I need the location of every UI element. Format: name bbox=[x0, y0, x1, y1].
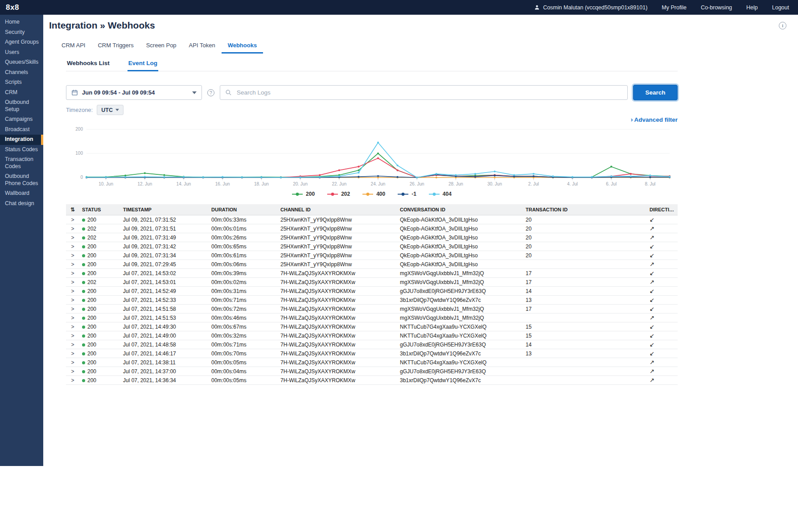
column-header-conversation-id[interactable]: CONVERSATION ID bbox=[397, 204, 523, 215]
table-row[interactable]: >200Jul 07, 2021, 14:51:5300m:00s:46ms7H… bbox=[66, 313, 678, 322]
table-row[interactable]: >200Jul 09, 2021, 07:31:4200m:00s:65ms25… bbox=[66, 242, 678, 251]
row-expand-icon[interactable]: > bbox=[71, 359, 74, 366]
tab-webhooks[interactable]: Webhooks bbox=[222, 39, 263, 54]
table-row[interactable]: >200Jul 07, 2021, 14:48:5800m:00s:71ms7H… bbox=[66, 340, 678, 349]
tab-screen-pop[interactable]: Screen Pop bbox=[140, 39, 183, 54]
row-expand-icon[interactable]: > bbox=[71, 288, 74, 294]
table-row[interactable]: >200Jul 07, 2021, 14:52:3300m:00s:71ms7H… bbox=[66, 296, 678, 305]
table-row[interactable]: >200Jul 09, 2021, 07:31:5200m:00s:33ms25… bbox=[66, 215, 678, 224]
sidebar-item-users[interactable]: Users bbox=[0, 48, 43, 58]
sidebar-item-status-codes[interactable]: Status Codes bbox=[0, 145, 43, 155]
row-expand-icon[interactable]: > bbox=[71, 235, 74, 241]
column-header-status[interactable]: STATUS bbox=[79, 204, 120, 215]
column-header-channel-id[interactable]: CHANNEL ID bbox=[278, 204, 397, 215]
subtab-event-log[interactable]: Event Log bbox=[128, 57, 158, 71]
sidebar-item-security[interactable]: Security bbox=[0, 28, 43, 38]
transaction-id-cell: 20 bbox=[523, 215, 647, 224]
table-row[interactable]: >200Jul 07, 2021, 14:36:3400m:00s:05ms7H… bbox=[66, 376, 678, 385]
sidebar-item-agent-groups[interactable]: Agent Groups bbox=[0, 37, 43, 48]
sort-icon[interactable]: ⇅ bbox=[70, 206, 75, 213]
search-input[interactable] bbox=[236, 89, 622, 96]
date-range-picker[interactable]: Jun 09 09:54 - Jul 09 09:54 bbox=[66, 85, 202, 100]
sidebar-item-queues-skills[interactable]: Queues/Skills bbox=[0, 58, 43, 68]
row-expand-icon[interactable]: > bbox=[71, 252, 74, 259]
row-expand-icon[interactable]: > bbox=[71, 315, 74, 321]
direction-icon: ↗ bbox=[647, 367, 678, 376]
sidebar-item-chat-design[interactable]: Chat design bbox=[0, 199, 43, 209]
legend-label: 404 bbox=[443, 191, 452, 197]
sidebar-item-integration[interactable]: Integration bbox=[0, 135, 43, 145]
table-row[interactable]: >202Jul 09, 2021, 07:31:4900m:00s:26ms25… bbox=[66, 233, 678, 242]
legend-item-400[interactable]: 400 bbox=[362, 191, 385, 197]
topbar-links: My ProfileCo-browsingHelpLogout bbox=[662, 4, 789, 11]
row-expand-icon[interactable]: > bbox=[71, 368, 74, 375]
sidebar-item-wallboard[interactable]: Wallboard bbox=[0, 189, 43, 199]
row-expand-icon[interactable]: > bbox=[71, 243, 74, 250]
row-expand-icon[interactable]: > bbox=[71, 333, 74, 339]
timezone-select[interactable]: UTC bbox=[97, 105, 123, 115]
row-expand-icon[interactable]: > bbox=[71, 226, 74, 232]
column-header-transaction-id[interactable]: TRANSACTION ID bbox=[523, 204, 647, 215]
search-button[interactable]: Search bbox=[633, 85, 678, 100]
legend-item-202[interactable]: 202 bbox=[327, 191, 350, 197]
sidebar-item-broadcast[interactable]: Broadcast bbox=[0, 125, 43, 135]
user-menu[interactable]: Cosmin Malutan (vccqed50smp01x89101) bbox=[534, 4, 647, 11]
row-expand-icon[interactable]: > bbox=[71, 342, 74, 348]
tab-crm-api[interactable]: CRM API bbox=[55, 39, 91, 54]
topbar-link-logout[interactable]: Logout bbox=[772, 4, 789, 11]
tab-api-token[interactable]: API Token bbox=[183, 39, 222, 54]
sidebar-item-scripts[interactable]: Scripts bbox=[0, 78, 43, 88]
column-header-timestamp[interactable]: TIMESTAMP bbox=[120, 204, 209, 215]
column-header-direction[interactable]: DIRECTION bbox=[647, 204, 678, 215]
column-header-duration[interactable]: DURATION bbox=[209, 204, 278, 215]
sidebar-item-outbound-setup[interactable]: Outbound Setup bbox=[0, 98, 43, 115]
status-dot-icon bbox=[82, 308, 85, 311]
row-expand-icon[interactable]: > bbox=[71, 261, 74, 268]
table-row[interactable]: >200Jul 07, 2021, 14:51:5800m:00s:72ms7H… bbox=[66, 305, 678, 313]
topbar-link-my-profile[interactable]: My Profile bbox=[662, 4, 687, 11]
row-expand-icon[interactable]: > bbox=[71, 351, 74, 357]
sidebar-item-crm[interactable]: CRM bbox=[0, 88, 43, 98]
subtab-webhooks-list[interactable]: Webhooks List bbox=[66, 57, 111, 71]
sidebar-item-channels[interactable]: Channels bbox=[0, 68, 43, 78]
topbar-link-help[interactable]: Help bbox=[746, 4, 758, 11]
table-row[interactable]: >200Jul 07, 2021, 14:53:0200m:00s:39ms7H… bbox=[66, 269, 678, 278]
row-expand-icon[interactable]: > bbox=[71, 279, 74, 285]
table-row[interactable]: >202Jul 07, 2021, 14:53:0100m:00s:02ms7H… bbox=[66, 278, 678, 287]
legend-item-404[interactable]: 404 bbox=[429, 191, 452, 197]
row-expand-icon[interactable]: > bbox=[71, 270, 74, 276]
sidebar-item-campaigns[interactable]: Campaigns bbox=[0, 115, 43, 125]
row-expand-icon[interactable]: > bbox=[71, 297, 74, 303]
expand-cell: > bbox=[66, 287, 79, 296]
topbar-link-co-browsing[interactable]: Co-browsing bbox=[701, 4, 732, 11]
help-icon[interactable]: ? bbox=[207, 89, 214, 96]
table-row[interactable]: >200Jul 07, 2021, 14:37:0000m:00s:04ms7H… bbox=[66, 367, 678, 376]
row-expand-icon[interactable]: > bbox=[71, 324, 74, 330]
legend-item-1[interactable]: -1 bbox=[398, 191, 416, 197]
direction-icon: ↙ bbox=[647, 215, 678, 224]
legend-item-200[interactable]: 200 bbox=[292, 191, 315, 197]
table-row[interactable]: >200Jul 07, 2021, 14:38:1100m:00s:05ms7H… bbox=[66, 358, 678, 367]
table-row[interactable]: >202Jul 09, 2021, 07:31:5100m:00s:01ms25… bbox=[66, 224, 678, 233]
svg-text:14. Jun: 14. Jun bbox=[177, 181, 191, 186]
conversation-id-cell: NKTTuCub7G4xgXaa9u-YCXGXelQ bbox=[397, 331, 523, 340]
info-icon[interactable]: i bbox=[779, 22, 786, 29]
row-expand-icon[interactable]: > bbox=[71, 217, 74, 223]
table-row[interactable]: >200Jul 09, 2021, 07:31:3400m:00s:61ms25… bbox=[66, 251, 678, 260]
tab-crm-triggers[interactable]: CRM Triggers bbox=[91, 39, 140, 54]
table-row[interactable]: >200Jul 07, 2021, 14:46:1700m:00s:70ms7H… bbox=[66, 349, 678, 358]
timestamp-cell: Jul 07, 2021, 14:48:58 bbox=[120, 340, 209, 349]
table-row[interactable]: >200Jul 07, 2021, 14:49:0000m:00s:32ms7H… bbox=[66, 331, 678, 340]
advanced-filter-link[interactable]: › Advanced filter bbox=[631, 115, 678, 124]
row-expand-icon[interactable]: > bbox=[71, 306, 74, 312]
row-expand-icon[interactable]: > bbox=[71, 377, 74, 384]
sidebar-item-outbound-phone-codes[interactable]: Outbound Phone Codes bbox=[0, 172, 43, 189]
status-dot-icon bbox=[82, 281, 85, 284]
sidebar-item-transaction-codes[interactable]: Transaction Codes bbox=[0, 155, 43, 172]
table-row[interactable]: >200Jul 09, 2021, 07:29:4500m:00s:06ms25… bbox=[66, 260, 678, 269]
table-row[interactable]: >200Jul 07, 2021, 14:52:4900m:00s:31ms7H… bbox=[66, 287, 678, 296]
channel-id-cell: 25HXwnKhT_yY9QxIpp8Wnw bbox=[278, 224, 397, 233]
sidebar-item-home[interactable]: Home bbox=[0, 17, 43, 28]
channel-id-cell: 7H-WiLZaQJSyXAXYROKMXw bbox=[278, 287, 397, 296]
table-row[interactable]: >200Jul 07, 2021, 14:49:3000m:00s:67ms7H… bbox=[66, 322, 678, 331]
